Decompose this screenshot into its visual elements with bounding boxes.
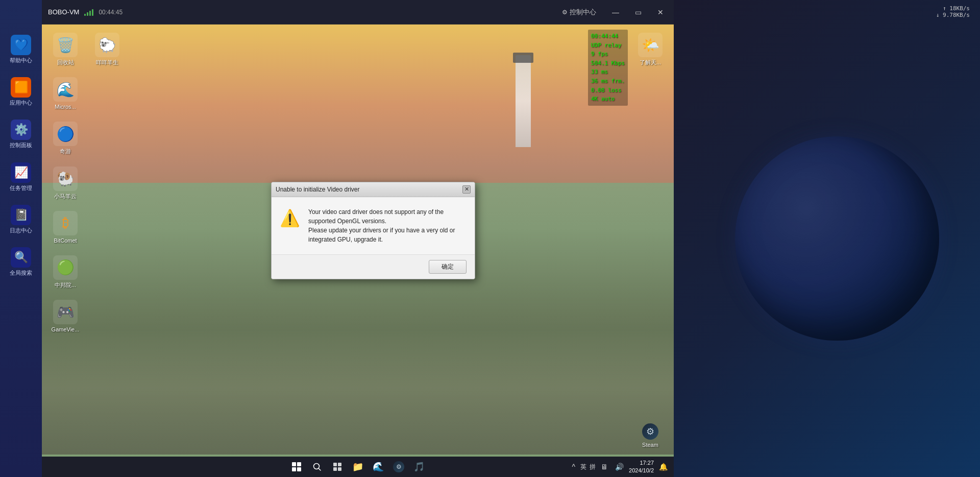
edge-taskbar-icon: 🌊 xyxy=(373,461,384,472)
gameview-icon[interactable]: 🎮 GameVie... xyxy=(47,297,84,336)
win-sq-4 xyxy=(297,467,301,471)
start-button[interactable] xyxy=(287,458,306,476)
edge-icon[interactable]: 🌊 Micros... xyxy=(47,74,84,113)
signal-bars xyxy=(84,9,93,16)
desktop-icon-row-2: 🌊 Micros... xyxy=(47,74,126,113)
desktop-icon-row-1: 🗑️ 回收站 🐑 咩咩羊生 xyxy=(47,30,126,69)
tray-lang2[interactable]: 拼 xyxy=(590,463,596,471)
diary-icon: 📓 xyxy=(11,205,31,225)
desktop-icon-row-5: ₿ BitComet xyxy=(47,208,126,247)
taskbar-date-text: 2024/10/2 xyxy=(629,467,654,474)
svg-point-0 xyxy=(314,464,320,469)
tray-network-icon[interactable]: 🖥 xyxy=(599,461,610,473)
windows-logo-icon xyxy=(292,462,301,471)
vm-minimize-btn[interactable]: — xyxy=(608,5,623,19)
edge-img: 🌊 xyxy=(53,77,78,102)
sidebar-item-help[interactable]: 💙 帮助中心 xyxy=(3,31,39,68)
taskbar-taskview-btn[interactable] xyxy=(328,458,347,476)
dialog-close-btn[interactable]: ✕ xyxy=(462,185,471,194)
bitcomet-label: BitComet xyxy=(54,237,77,244)
sheep-icon[interactable]: 🐑 咩咩羊生 xyxy=(89,30,126,69)
stat-fps: 9 fps xyxy=(591,50,625,59)
sidebar-label-diary: 日志中心 xyxy=(10,227,32,234)
weather-icon[interactable]: 🌤️ 了解天... xyxy=(632,30,669,69)
desktop-icon-row-6: 🟢 中邦院... xyxy=(47,252,126,292)
qiyou-icon[interactable]: 🔵 奇游 xyxy=(47,118,84,158)
xiao-yang-img: 🐏 xyxy=(53,166,78,191)
desktop-icons-area: 🗑️ 回收站 🐑 咩咩羊生 🌊 Micros... 🔵 奇游 xyxy=(47,30,126,336)
tray-lang1[interactable]: 英 xyxy=(580,463,586,471)
desktop-icon-row-3: 🔵 奇游 xyxy=(47,118,126,158)
tray-sound-icon[interactable]: 🔊 xyxy=(613,461,626,473)
vm-control-center-btn[interactable]: ⚙ 控制中心 xyxy=(558,6,600,19)
explorer-icon: 📁 xyxy=(352,461,363,472)
tray-chevron[interactable]: ^ xyxy=(570,461,577,473)
bitcomet-icon[interactable]: ₿ BitComet xyxy=(47,208,84,247)
stat-network: UDP relay xyxy=(591,41,625,50)
dialog-msg-line2: Please update your drivers or if you hav… xyxy=(308,227,455,243)
vm-maximize-btn[interactable]: ▭ xyxy=(631,5,645,19)
search-taskbar-icon xyxy=(312,462,322,471)
vm-title-left: BOBO-VM 00:44:45 xyxy=(48,8,558,16)
dialog-footer: 确定 xyxy=(272,254,475,279)
taskbar-explorer-btn[interactable]: 📁 xyxy=(349,458,367,476)
signal-bar-2 xyxy=(87,12,88,16)
stat-frametime: 36 ms frm. xyxy=(591,77,625,86)
vm-name: BOBO-VM xyxy=(48,8,79,16)
steam-desktop-icon[interactable]: ⚙ Steam xyxy=(632,420,669,451)
taskbar-search-btn[interactable] xyxy=(308,458,326,476)
taskview-icon xyxy=(333,462,342,471)
sidebar-item-control[interactable]: ⚙️ 控制面板 xyxy=(3,115,39,153)
zhongyi-label: 中邦院... xyxy=(55,282,76,289)
vm-timer: 00:44:45 xyxy=(99,9,122,16)
lighthouse-top xyxy=(513,53,533,63)
sidebar-item-diary[interactable]: 📓 日志中心 xyxy=(3,201,39,238)
sidebar-item-task[interactable]: 📈 任务管理 xyxy=(3,158,39,196)
edge-label: Micros... xyxy=(55,104,76,110)
task-icon: 📈 xyxy=(11,162,31,183)
stats-overlay: 00:44:44 UDP relay 9 fps 504.1 Kbps 33 m… xyxy=(588,30,628,106)
qiyou-img: 🔵 xyxy=(53,122,78,146)
control-icon: ⚙️ xyxy=(11,120,31,140)
vm-titlebar: BOBO-VM 00:44:45 ⚙ 控制中心 — ▭ ✕ xyxy=(42,0,674,25)
lighthouse-body xyxy=(516,55,531,147)
tray-notification-icon[interactable]: 🔔 xyxy=(657,461,670,473)
vm-close-btn[interactable]: ✕ xyxy=(653,5,668,19)
app-icon: 🟧 xyxy=(11,77,31,98)
network-stats-display: ↑ 18KB/s ↓ 9.78KB/s xyxy=(936,5,970,18)
dialog-confirm-btn[interactable]: 确定 xyxy=(429,260,467,274)
desktop-icon-row-4: 🐏 小马羊云 xyxy=(47,163,126,203)
stat-quality: 4K auto xyxy=(591,94,625,104)
recycle-bin-icon[interactable]: 🗑️ 回收站 xyxy=(47,30,84,69)
svg-rect-3 xyxy=(338,463,341,466)
desktop-icon-row-7: 🎮 GameVie... xyxy=(47,297,126,336)
taskbar: 📁 🌊 ⚙ 🎵 ^ 英 拼 🖥 xyxy=(42,457,674,477)
xiao-yang-label: 小马羊云 xyxy=(54,193,77,200)
sidebar-label-app: 应用中心 xyxy=(10,100,32,106)
right-panel xyxy=(674,0,980,477)
taskbar-edge-btn[interactable]: 🌊 xyxy=(369,458,387,476)
vm-desktop: 🗑️ 回收站 🐑 咩咩羊生 🌊 Micros... 🔵 奇游 xyxy=(42,25,674,477)
decorative-sphere xyxy=(735,136,939,341)
signal-bar-4 xyxy=(92,9,93,16)
taskbar-datetime: 17:27 2024/10/2 xyxy=(629,459,654,475)
sidebar-label-task: 任务管理 xyxy=(10,185,32,192)
win-sq-1 xyxy=(292,462,296,466)
stat-loss: 0.08 loss xyxy=(591,86,625,95)
sidebar-label-control: 控制面板 xyxy=(10,142,32,149)
steam-logo: ⚙ xyxy=(642,423,658,440)
svg-line-1 xyxy=(319,469,321,471)
sidebar-label-help: 帮助中心 xyxy=(10,57,32,64)
zhongyi-icon[interactable]: 🟢 中邦院... xyxy=(47,252,84,292)
sidebar-item-search[interactable]: 🔍 全局搜索 xyxy=(3,243,39,280)
taskbar-steam-btn[interactable]: ⚙ xyxy=(389,458,408,476)
help-icon: 💙 xyxy=(11,35,31,55)
taskbar-misc-btn[interactable]: 🎵 xyxy=(410,458,428,476)
win-sq-2 xyxy=(297,462,301,466)
gameview-img: 🎮 xyxy=(53,300,78,324)
svg-rect-4 xyxy=(333,467,337,471)
xiao-yang-icon[interactable]: 🐏 小马羊云 xyxy=(47,163,84,203)
bitcomet-img: ₿ xyxy=(53,211,78,235)
sidebar-item-app[interactable]: 🟧 应用中心 xyxy=(3,73,39,110)
dialog-titlebar: Unable to initialize Video driver ✕ xyxy=(272,182,475,197)
